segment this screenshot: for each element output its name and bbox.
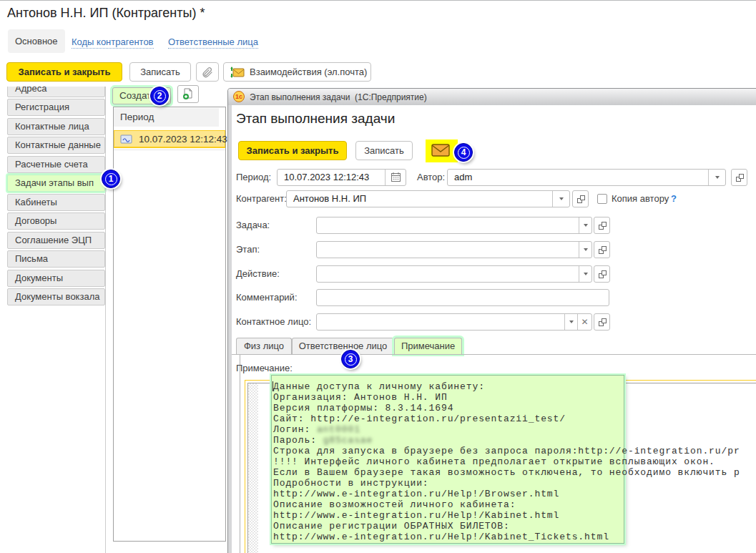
dialog-title: Этап выполнения задачи [236, 111, 395, 127]
task-choose-button[interactable] [594, 217, 610, 234]
tab-main[interactable]: Основное [8, 29, 65, 53]
field-label-author: Автор: [417, 169, 445, 186]
dialog-save-button[interactable]: Записать [355, 141, 413, 160]
window-top-border [0, 0, 756, 1]
contact-input[interactable]: ✕ [316, 313, 592, 331]
annotation-badge-2: 2 [150, 87, 169, 105]
mail-arrows-icon [230, 66, 246, 84]
field-label-comment: Комментарий: [236, 289, 298, 306]
sidebar-item-3[interactable]: Контактные данные [7, 137, 105, 154]
record-icon [120, 134, 132, 147]
column-header-period[interactable]: Период [114, 108, 219, 127]
stage-input[interactable] [316, 241, 592, 258]
save-button[interactable]: Записать [129, 62, 191, 82]
copy-new-button[interactable] [177, 85, 199, 103]
note-text: Данные доступа к личному кабинету:Органи… [273, 381, 740, 542]
tasks-list-table: Период 10.07.2023 12:12:43 [113, 107, 226, 542]
table-row[interactable]: 10.07.2023 12:12:43 [114, 130, 225, 148]
action-input[interactable] [316, 265, 592, 283]
sidebar-item-11[interactable]: Документы вокзала [7, 288, 105, 305]
1c-logo-icon: 1с [233, 91, 245, 102]
dropdown-arrow-icon[interactable] [579, 217, 591, 233]
author-choose-button[interactable] [731, 169, 747, 186]
field-label-period: Период: [236, 169, 271, 186]
counterparty-choose-button[interactable] [572, 190, 589, 207]
copy-to-author-checkbox[interactable] [597, 194, 607, 204]
dialog-window-title: Этап выполнения задачи (1С:Предприятие) [250, 92, 427, 102]
blurred-credential: g8Scasae [323, 435, 373, 446]
tabs-underline [232, 354, 756, 355]
field-label-counterparty: Контрагент: [236, 190, 287, 207]
sidebar-item-4[interactable]: Расчетные счета [7, 156, 105, 173]
annotation-badge-1: 1 [102, 170, 120, 188]
tab-page-left-border [240, 355, 240, 553]
contact-choose-button[interactable] [594, 313, 610, 331]
new-document-icon [182, 88, 194, 100]
blurred-credential: ant0001 [317, 424, 360, 435]
annotation-badge-3: 3 [341, 350, 360, 368]
calendar-icon[interactable] [385, 170, 406, 185]
sidebar-item-2[interactable]: Контактные лица [7, 118, 105, 135]
dropdown-arrow-icon[interactable] [708, 170, 725, 185]
counterparty-input[interactable]: Антонов Н.Н. ИП [286, 190, 570, 207]
paperclip-icon [201, 66, 214, 79]
dialog-titlebar[interactable]: 1с Этап выполнения задачи (1С:Предприяти… [228, 89, 756, 105]
stage-choose-button[interactable] [594, 241, 610, 258]
period-input[interactable]: 10.07.2023 12:12:43 [277, 169, 406, 186]
row-separator [114, 150, 225, 150]
action-choose-button[interactable] [594, 265, 610, 283]
dialog-window: 1с Этап выполнения задачи (1С:Предприяти… [227, 88, 756, 553]
nav-link-responsible[interactable]: Ответственные лица [168, 36, 258, 49]
clear-icon[interactable]: ✕ [577, 314, 591, 330]
attachment-button[interactable] [196, 62, 219, 82]
save-close-button[interactable]: Записать и закрыть [6, 62, 122, 82]
sidebar-item-6[interactable]: Кабинеты [7, 194, 105, 211]
tab-note[interactable]: Примечание [394, 338, 462, 354]
field-label-action: Действие: [236, 265, 280, 283]
field-label-task: Задача: [236, 217, 270, 234]
row-period-value: 10.07.2023 12:12:43 [139, 131, 227, 147]
author-input[interactable]: adm [447, 169, 726, 186]
envelope-icon [431, 143, 450, 157]
sidebar-item-8[interactable]: Соглашение ЭЦП [7, 232, 105, 249]
dropdown-arrow-icon[interactable] [564, 314, 577, 330]
field-label-contact: Контактное лицо: [236, 313, 311, 331]
panel-splitter[interactable] [105, 87, 106, 553]
note-textarea[interactable]: Данные доступа к личному кабинету:Органи… [247, 383, 756, 553]
copy-to-author-label: Копия автору [612, 190, 669, 207]
sidebar-item-1[interactable]: Регистрация [7, 99, 105, 116]
note-label: Примечание: [236, 363, 293, 373]
mail-button-highlight [426, 140, 458, 162]
task-input[interactable] [316, 217, 592, 234]
comment-input[interactable] [316, 289, 609, 306]
nav-link-codes[interactable]: Коды контрагентов [72, 36, 154, 49]
sidebar-item-5[interactable]: Задачи этапы вып [7, 175, 105, 192]
sidebar-item-9[interactable]: Письма [7, 250, 105, 268]
dialog-save-close-button[interactable]: Записать и закрыть [238, 141, 347, 160]
dropdown-arrow-icon[interactable] [579, 266, 591, 282]
annotation-badge-4: 4 [454, 143, 473, 162]
field-label-stage: Этап: [236, 241, 260, 258]
dropdown-arrow-icon[interactable] [552, 191, 569, 207]
page-title: Антонов Н.Н. ИП (Контрагенты) * [7, 6, 205, 21]
textarea-gutter [248, 383, 258, 553]
sidebar-item-7[interactable]: Договоры [7, 212, 105, 230]
interactions-label: Взаимодействия (эл.почта) [250, 67, 367, 77]
tab-person[interactable]: Физ лицо [236, 338, 292, 354]
help-icon[interactable]: ? [671, 190, 677, 207]
send-mail-button[interactable] [431, 143, 450, 160]
interactions-button[interactable]: Взаимодействия (эл.почта) [223, 62, 371, 82]
dropdown-arrow-icon[interactable] [579, 242, 591, 258]
dialog-content: Этап выполнения задачи Записать и закрыт… [232, 105, 756, 553]
sidebar-item-10[interactable]: Документы [7, 270, 105, 287]
